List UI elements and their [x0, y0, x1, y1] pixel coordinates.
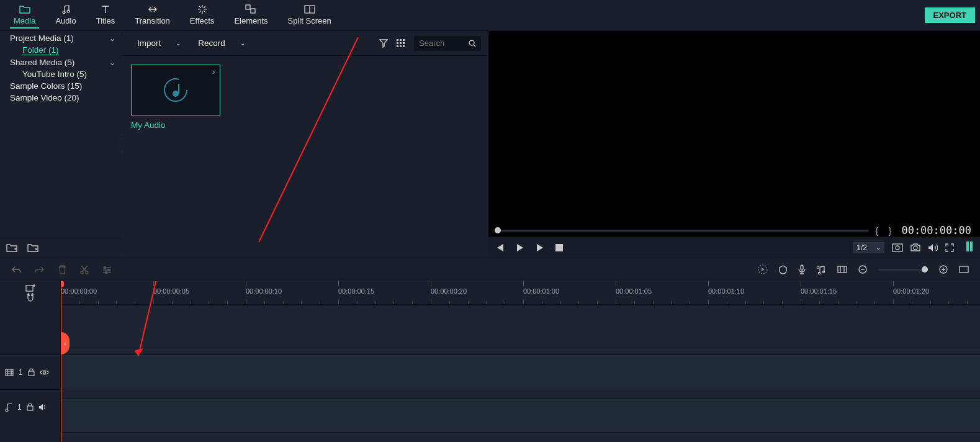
- svg-rect-6: [400, 39, 402, 41]
- settings-button[interactable]: [102, 266, 112, 274]
- preview-scrub-handle[interactable]: [495, 227, 501, 233]
- track-index: 1: [19, 368, 23, 377]
- preview-screen[interactable]: [488, 31, 980, 224]
- stop-button[interactable]: [555, 244, 563, 251]
- tree-sample-colors[interactable]: Sample Colors (15): [0, 80, 122, 92]
- playhead[interactable]: [61, 281, 61, 442]
- timeline-tracks[interactable]: 00:00:00:0000:00:00:0500:00:00:1000:00:0…: [61, 281, 980, 442]
- tab-label: Split Screen: [288, 16, 331, 25]
- media-thumbnail[interactable]: ♪: [131, 65, 220, 115]
- split-screen-icon: [304, 4, 315, 15]
- svg-rect-9: [400, 42, 402, 44]
- tree-sample-video[interactable]: Sample Video (20): [0, 92, 122, 104]
- tab-effects[interactable]: Effects: [180, 0, 225, 28]
- crop-button[interactable]: [837, 266, 847, 273]
- music-note-icon: [5, 403, 12, 412]
- svg-point-29: [819, 272, 820, 274]
- export-button[interactable]: EXPORT: [925, 7, 975, 23]
- ruler-tick: 00:00:01:05: [616, 281, 652, 295]
- svg-rect-12: [400, 45, 402, 47]
- eye-icon[interactable]: [40, 369, 49, 376]
- ruler-tick: 00:00:01:00: [523, 281, 559, 295]
- svg-point-1: [67, 10, 70, 12]
- cut-button[interactable]: [80, 265, 89, 274]
- tab-titles[interactable]: Titles: [86, 0, 125, 28]
- search-input[interactable]: [419, 38, 469, 48]
- speaker-icon[interactable]: [38, 404, 47, 411]
- tab-split-screen[interactable]: Split Screen: [278, 0, 341, 28]
- ruler-tick: 00:00:00:10: [246, 281, 282, 295]
- ruler-tick: 00:00:00:05: [153, 281, 189, 295]
- tree-label: Sample Colors (15): [10, 81, 82, 91]
- zoom-fit-button[interactable]: [959, 266, 969, 273]
- media-toolbar: Import ⌄ Record ⌄: [122, 31, 488, 56]
- shapes-icon: [245, 4, 256, 15]
- preview-zoom-select[interactable]: 1/2 ⌄: [853, 242, 884, 253]
- volume-button[interactable]: [928, 243, 938, 252]
- mark-in-out-icon[interactable]: { }: [875, 225, 895, 236]
- media-item[interactable]: ♪ My Audio: [131, 65, 220, 130]
- svg-rect-2: [246, 5, 250, 9]
- svg-point-25: [108, 269, 110, 271]
- undo-button[interactable]: [11, 265, 21, 274]
- prev-frame-button[interactable]: [496, 243, 505, 252]
- tab-transition[interactable]: Transition: [125, 0, 180, 28]
- lock-icon[interactable]: [28, 368, 35, 376]
- zoom-slider[interactable]: [878, 269, 928, 271]
- audio-mixer-button[interactable]: [817, 265, 826, 274]
- zoom-out-button[interactable]: [858, 265, 867, 274]
- tab-media[interactable]: Media: [4, 0, 45, 28]
- search-box[interactable]: [414, 36, 481, 51]
- preview-scrub-track[interactable]: [495, 230, 869, 232]
- delete-button[interactable]: [58, 265, 66, 274]
- tree-folder[interactable]: Folder (1): [0, 44, 122, 56]
- chevron-down-icon: ⌄: [876, 244, 881, 251]
- new-folder-button[interactable]: [6, 243, 17, 253]
- render-button[interactable]: [758, 264, 768, 274]
- audio-track-lane[interactable]: [61, 398, 980, 433]
- magnet-button[interactable]: [26, 293, 35, 302]
- next-frame-button[interactable]: [536, 243, 544, 252]
- preview-controls: 1/2 ⌄: [488, 237, 980, 258]
- tab-audio[interactable]: Audio: [45, 0, 86, 28]
- media-item-label: My Audio: [131, 120, 220, 130]
- video-track-header[interactable]: 1: [0, 354, 60, 389]
- play-button[interactable]: [516, 243, 524, 252]
- delete-folder-button[interactable]: [27, 243, 38, 253]
- tree-shared-media[interactable]: Shared Media (5) ⌄: [0, 56, 122, 68]
- video-track-lane[interactable]: [61, 354, 980, 389]
- tree-label: YouTube Intro (5): [22, 70, 87, 79]
- lock-icon[interactable]: [27, 403, 34, 411]
- ruler-tick: 00:00:01:15: [801, 281, 837, 295]
- zoom-in-button[interactable]: [939, 265, 948, 274]
- tab-elements[interactable]: Elements: [224, 0, 277, 28]
- chevron-down-icon: ⌄: [109, 34, 115, 43]
- svg-rect-38: [6, 369, 13, 376]
- add-track-button[interactable]: [25, 284, 35, 292]
- ruler-tick: 00:00:01:20: [893, 281, 929, 295]
- tree-youtube-intro[interactable]: YouTube Intro (5): [0, 68, 122, 80]
- fullscreen-button[interactable]: [945, 243, 954, 252]
- svg-rect-31: [838, 266, 847, 273]
- filter-button[interactable]: [379, 39, 388, 48]
- quality-button[interactable]: [892, 243, 903, 252]
- record-dropdown[interactable]: Record ⌄: [191, 36, 253, 50]
- grid-view-button[interactable]: [397, 39, 405, 48]
- timeline-ruler[interactable]: 00:00:00:0000:00:00:0500:00:00:1000:00:0…: [61, 281, 980, 305]
- svg-rect-11: [397, 45, 398, 47]
- marker-button[interactable]: [779, 265, 787, 274]
- dropdown-label: Import: [137, 38, 161, 48]
- audio-track-header[interactable]: 1: [0, 389, 60, 424]
- svg-rect-28: [801, 265, 803, 270]
- tree-project-media[interactable]: Project Media (1) ⌄: [0, 32, 122, 44]
- media-sidebar: Project Media (1) ⌄ Folder (1) Shared Me…: [0, 31, 122, 258]
- svg-rect-19: [892, 244, 902, 251]
- redo-button[interactable]: [35, 265, 45, 274]
- svg-point-37: [32, 294, 33, 295]
- snapshot-button[interactable]: [910, 243, 920, 251]
- svg-rect-35: [26, 286, 33, 291]
- svg-rect-5: [397, 39, 398, 41]
- voiceover-button[interactable]: [798, 264, 806, 274]
- zoom-slider-handle[interactable]: [922, 266, 928, 273]
- import-dropdown[interactable]: Import ⌄: [130, 36, 188, 50]
